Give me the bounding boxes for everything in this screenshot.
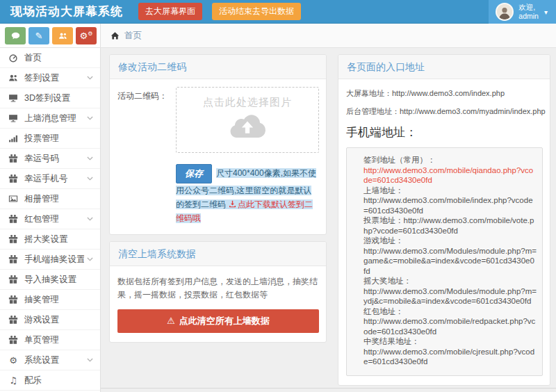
caret-down-icon: ▾ (544, 8, 548, 16)
music-icon: ♫ (8, 376, 18, 385)
messages-button[interactable] (5, 27, 26, 44)
gift-icon (8, 234, 18, 244)
pencil-icon: ✎ (35, 31, 43, 40)
upload-placeholder-text: 点击此处选择图片 (203, 96, 292, 109)
page-title: 现场活动大屏幕系统 (10, 3, 123, 19)
sidebar-item-system-settings[interactable]: ⚙ 系统设置 (0, 350, 100, 370)
quick-toolbar: ✎ ⚙⚙ (0, 24, 101, 47)
chevron-down-icon (87, 257, 93, 261)
sidebar-item-label: 手机端抽奖设置 (24, 254, 84, 266)
settings-button[interactable]: ⚙⚙ (76, 27, 97, 44)
chevron-down-icon (87, 156, 93, 161)
sidebar-item-label: 摇大奖设置 (24, 234, 93, 245)
breadcrumb-home-link[interactable]: 首页 (124, 30, 142, 42)
mobile-entry-vote: 投票地址：http://www.demo3.com/mobile/vote.ph… (363, 215, 537, 236)
clear-all-data-button[interactable]: ⚠点此清空所有上墙数据 (117, 309, 319, 333)
users-button[interactable] (52, 27, 73, 44)
shake-url[interactable]: http://www.demo3.com/Modules/module.php?… (363, 287, 537, 306)
sidebar-item-label: 红包管理 (24, 213, 84, 225)
gift-icon (8, 214, 18, 224)
sidebar-item-redpacket[interactable]: 红包管理 (0, 209, 100, 229)
goto-bigscreen-button[interactable]: 去大屏幕界面 (138, 3, 202, 20)
mobile-addresses-heading: 手机端地址： (346, 124, 543, 140)
chevron-down-icon (87, 76, 93, 80)
sidebar-item-home[interactable]: 首页 (0, 48, 100, 68)
mobile-entry-checkin: 签到地址（常用）：http://www.demo3.com/mobile/qia… (363, 155, 537, 186)
subheader: ✎ ⚙⚙ 首页 (0, 24, 556, 48)
admin-url[interactable]: http://www.demo3.com/myadmin/index.php (400, 107, 546, 115)
wall-url[interactable]: http://www.demo3.com/mobile/index.php?vc… (363, 196, 533, 215)
qr-panel: 修改活动二维码 活动二维码： 点击此处选择图片 保存尺寸400*400像素,如 (109, 54, 327, 235)
sidebar-item-label: 抽奖管理 (24, 294, 93, 306)
sidebar-item-3d-checkin[interactable]: 3D签到设置 (0, 88, 100, 108)
sidebar-item-shake-prize[interactable]: 摇大奖设置 (0, 229, 100, 250)
result-url[interactable]: http://www.demo3.com/mobile/cjresult.php… (363, 348, 534, 366)
user-menu[interactable]: 欢迎, admin ▾ (489, 0, 556, 24)
qr-panel-title: 修改活动二维码 (110, 55, 326, 79)
admin-address: 后台管理地址：http://www.demo3.com/myadmin/inde… (346, 106, 543, 117)
sidebar-item-music[interactable]: ♫ 配乐 (0, 370, 100, 391)
welcome-label: 欢迎, (518, 3, 539, 12)
bigscreen-url[interactable]: http://www.demo3.com/index.php (392, 89, 505, 97)
image-icon (8, 194, 18, 204)
sidebar-item-mobile-lottery[interactable]: 手机端抽奖设置 (0, 250, 100, 270)
sidebar-item-label: 首页 (24, 52, 93, 64)
mobile-entry-shake: 摇大奖地址：http://www.demo3.com/Modules/modul… (363, 276, 537, 307)
sidebar-item-label: 幸运号码 (24, 153, 84, 165)
chevron-down-icon (87, 358, 93, 362)
sidebar-item-label: 签到设置 (24, 72, 84, 84)
sidebar-item-import-lottery[interactable]: 导入抽奖设置 (0, 270, 100, 290)
sidebar-item-lottery-manage[interactable]: 抽奖管理 (0, 290, 100, 310)
sidebar-item-label: 导入抽奖设置 (24, 274, 93, 286)
sidebar-item-label: 系统设置 (24, 354, 84, 366)
sidebar-item-checkin-settings[interactable]: 签到设置 (0, 68, 100, 88)
entry-addresses-panel: 各页面的入口地址 大屏幕地址：http://www.demo3.com/inde… (338, 54, 550, 386)
sidebar-item-lucky-number[interactable]: 幸运号码 (0, 149, 100, 169)
gift-icon (8, 254, 18, 264)
bigscreen-address: 大屏幕地址：http://www.demo3.com/index.php (346, 88, 543, 99)
welcome-text: 欢迎, admin (518, 3, 539, 20)
monitor-icon (8, 93, 18, 103)
mobile-entry-game: 游戏地址：http://www.demo3.com/Modules/module… (363, 236, 537, 276)
mobile-entry-result: 中奖结果地址：http://www.demo3.com/mobile/cjres… (363, 336, 537, 367)
chart-bars-icon (8, 133, 18, 143)
gift-icon (8, 174, 18, 183)
app-window: 现场活动大屏幕系统 去大屏幕界面 活动结束去导出数据 欢迎, admin ▾ ✎ (0, 0, 556, 392)
mobile-addresses-box: 签到地址（常用）：http://www.demo3.com/mobile/qia… (346, 147, 543, 376)
cogs-icon: ⚙⚙ (80, 31, 93, 40)
username: admin (518, 12, 539, 21)
sidebar-item-album[interactable]: 相册管理 (0, 189, 100, 209)
sidebar-item-wall-messages[interactable]: 上墙消息管理 (0, 108, 100, 129)
sidebar-item-label: 投票管理 (24, 133, 93, 145)
sidebar-item-vote-manage[interactable]: 投票管理 (0, 129, 100, 149)
mobile-entry-redpacket: 红包地址：http://www.demo3.com/mobile/redpack… (363, 307, 537, 337)
export-data-button[interactable]: 活动结束去导出数据 (212, 3, 301, 20)
top-header: 现场活动大屏幕系统 去大屏幕界面 活动结束去导出数据 欢迎, admin ▾ (0, 0, 556, 24)
warning-icon: ⚠ (167, 316, 175, 326)
sidebar: 首页 签到设置 3D签到设置 上墙消息管理 投票管理 (0, 48, 101, 392)
chevron-down-icon (87, 116, 93, 120)
cloud-upload-icon (227, 111, 268, 138)
sidebar-item-label: 单页管理 (24, 334, 93, 346)
save-button[interactable]: 保存 (176, 164, 212, 183)
sidebar-item-single-page[interactable]: 单页管理 (0, 330, 100, 350)
users-icon (58, 31, 67, 40)
gift-icon (8, 275, 18, 284)
sidebar-item-label: 3D签到设置 (24, 92, 93, 104)
dashboard-icon (8, 53, 18, 63)
redpacket-url[interactable]: http://www.demo3.com/mobile/redpacket.ph… (363, 317, 535, 336)
home-icon (111, 31, 120, 40)
game-url[interactable]: http://www.demo3.com/Modules/module.php?… (363, 247, 537, 275)
qr-upload-dropzone[interactable]: 点击此处选择图片 (176, 87, 319, 153)
qr-field-label: 活动二维码： (117, 87, 176, 153)
sidebar-item-label: 幸运手机号 (24, 173, 84, 185)
main-content: 修改活动二维码 活动二维码： 点击此处选择图片 保存尺寸400*400像素,如 (101, 48, 556, 392)
gift-icon (8, 154, 18, 163)
sidebar-item-lucky-phone[interactable]: 幸运手机号 (0, 169, 100, 189)
users-icon (8, 73, 18, 83)
checkin-url[interactable]: http://www.demo3.com/mobile/qiandao.php?… (363, 166, 533, 185)
entry-panel-title: 各页面的入口地址 (338, 55, 550, 79)
gift-icon (8, 315, 18, 325)
sidebar-item-game-settings[interactable]: 游戏设置 (0, 310, 100, 330)
edit-button[interactable]: ✎ (28, 27, 49, 44)
